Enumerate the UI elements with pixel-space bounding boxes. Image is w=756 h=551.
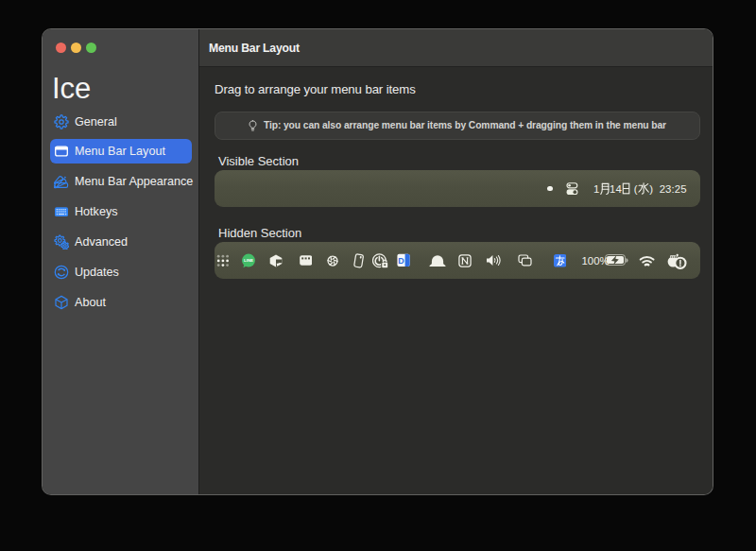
svg-text:D: D: [398, 256, 404, 266]
svg-text:LINE: LINE: [244, 258, 253, 263]
